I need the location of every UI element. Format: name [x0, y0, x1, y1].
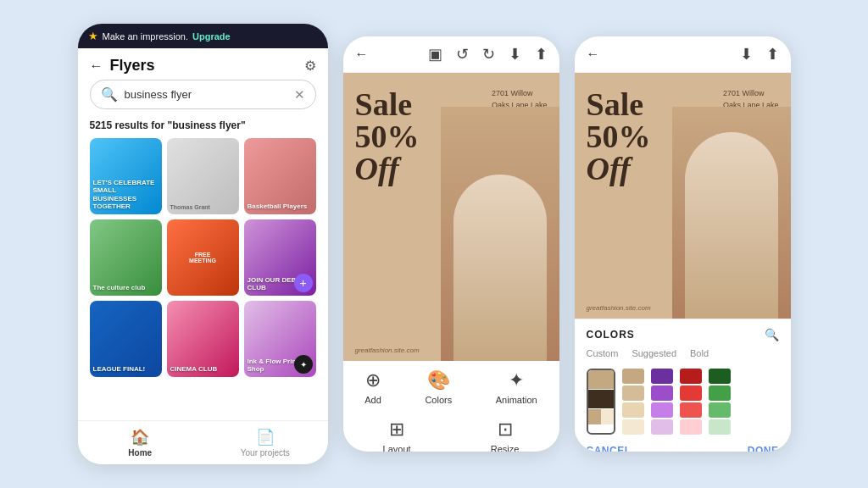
- colors-icon: 🎨: [427, 369, 450, 391]
- nav-home[interactable]: 🏠 Home: [78, 428, 203, 458]
- palette-purple[interactable]: [651, 369, 673, 435]
- percent-text: 50%: [355, 120, 420, 152]
- upgrade-link[interactable]: Upgrade: [192, 31, 231, 42]
- star-icon: ★: [88, 30, 98, 42]
- tab-bold[interactable]: Bold: [690, 348, 709, 360]
- colors-tabs: Custom Suggested Bold: [587, 348, 779, 360]
- off-text: Off: [355, 152, 420, 185]
- animation-icon: ✦: [509, 369, 524, 391]
- editor-actions-2: ⊞ Layout ⊡ Resize: [343, 410, 559, 452]
- bottom-nav: 🏠 Home 📄 Your projects: [78, 420, 328, 464]
- tab-custom[interactable]: Custom: [587, 348, 619, 360]
- undo-icon[interactable]: ↺: [456, 45, 469, 64]
- colors-toolbar: ← ⬇ ⬆: [575, 36, 791, 73]
- promo-text: Make an impression.: [103, 31, 189, 42]
- template-card[interactable]: CINEMA CLUB: [167, 301, 239, 377]
- done-button[interactable]: DONE: [748, 445, 779, 452]
- page-title: Flyers: [110, 57, 298, 75]
- template-label: LET'S CELEBRATE SMALL BUSINESSES TOGETHE…: [93, 179, 159, 211]
- editor-actions: ⊕ Add 🎨 Colors ✦ Animation: [343, 361, 559, 410]
- clear-icon[interactable]: ✕: [294, 87, 305, 103]
- layout-label: Layout: [383, 444, 411, 452]
- template-card[interactable]: Thomas Grant: [167, 138, 239, 214]
- phone-flyers: ★ Make an impression. Upgrade ← Flyers ⚙…: [78, 24, 328, 464]
- tab-suggested[interactable]: Suggested: [632, 348, 676, 360]
- colors-button[interactable]: 🎨 Colors: [425, 369, 452, 405]
- palette-selected[interactable]: [587, 369, 615, 435]
- search-input[interactable]: [125, 88, 287, 101]
- template-label: Thomas Grant: [170, 204, 236, 211]
- template-label: Basketball Players: [248, 202, 313, 211]
- nav-home-label: Home: [128, 448, 152, 458]
- template-card[interactable]: JOIN OUR DEBATE CLUB +: [244, 219, 316, 296]
- flyer-text-2: Sale 50% Off: [587, 88, 651, 185]
- palette-neutral[interactable]: [622, 369, 644, 435]
- template-label: FREE MEETING: [185, 252, 221, 263]
- flyer-website: greatfashion.site.com: [355, 347, 420, 354]
- percent-text-2: 50%: [587, 120, 651, 152]
- colors-footer: CANCEL DONE: [587, 445, 779, 452]
- add-label: Add: [364, 395, 381, 405]
- resize-label: Resize: [491, 444, 520, 452]
- share-icon[interactable]: ⬆: [766, 45, 779, 64]
- colors-panel: COLORS 🔍 Custom Suggested Bold: [575, 319, 791, 452]
- nav-projects-label: Your projects: [241, 448, 290, 458]
- add-template-button[interactable]: +: [294, 274, 313, 292]
- share-icon[interactable]: ⬆: [535, 45, 548, 64]
- sale-text: Sale: [355, 88, 420, 120]
- filter-icon[interactable]: ⚙: [304, 58, 316, 74]
- template-label: The culture club: [93, 284, 159, 292]
- promo-bar: ★ Make an impression. Upgrade: [78, 24, 328, 48]
- back-button[interactable]: ←: [355, 47, 369, 62]
- results-count: 5215 results for "business flyer": [78, 116, 328, 138]
- template-label: LEAGUE FINAL!: [93, 365, 159, 374]
- flyer-website-2: greatfashion.site.com: [587, 304, 651, 312]
- add-button[interactable]: ⊕ Add: [364, 369, 381, 405]
- colors-header: COLORS 🔍: [587, 328, 779, 341]
- back-button[interactable]: ←: [90, 58, 103, 74]
- template-card[interactable]: LET'S CELEBRATE SMALL BUSINESSES TOGETHE…: [90, 138, 162, 214]
- template-card[interactable]: The culture club: [90, 219, 162, 296]
- search-icon[interactable]: 🔍: [765, 328, 779, 341]
- animation-button[interactable]: ✦ Animation: [496, 369, 537, 405]
- flyer-preview-colors: Sale 50% Off 2701 WillowOaks Lane LakeCh…: [575, 73, 791, 319]
- search-bar: 🔍 ✕: [90, 80, 316, 109]
- template-label: CINEMA CLUB: [170, 365, 236, 374]
- palette-green[interactable]: [709, 369, 731, 435]
- template-card[interactable]: Basketball Players: [244, 138, 316, 214]
- phone-editor: ← ▣ ↺ ↻ ⬇ ⬆ Sale 50% Off 2701 WillowOaks…: [343, 36, 559, 452]
- colors-title: COLORS: [587, 329, 635, 341]
- nav-projects[interactable]: 📄 Your projects: [203, 428, 328, 458]
- template-card[interactable]: LEAGUE FINAL!: [90, 301, 162, 377]
- template-card[interactable]: Ink & Flow Print Shop ✦: [244, 301, 316, 377]
- layout-icon: ⊞: [389, 419, 404, 441]
- off-text-2: Off: [587, 152, 651, 185]
- cancel-button[interactable]: CANCEL: [587, 445, 632, 452]
- back-button[interactable]: ←: [587, 47, 600, 62]
- color-palettes: [587, 369, 779, 435]
- flyers-header: ← Flyers ⚙: [78, 48, 328, 80]
- sale-text-2: Sale: [587, 88, 651, 120]
- resize-icon: ⊡: [498, 419, 513, 441]
- dots-button[interactable]: ✦: [294, 355, 313, 374]
- palette-red[interactable]: [680, 369, 702, 435]
- template-icon[interactable]: ▣: [428, 45, 442, 64]
- flyer-person-image: [441, 107, 559, 361]
- colors-label: Colors: [425, 395, 452, 405]
- animation-label: Animation: [496, 395, 537, 405]
- screens-container: ★ Make an impression. Upgrade ← Flyers ⚙…: [61, 7, 808, 481]
- home-icon: 🏠: [131, 428, 149, 446]
- template-card[interactable]: FREE MEETING: [167, 219, 239, 296]
- download-icon[interactable]: ⬇: [509, 45, 521, 64]
- search-icon: 🔍: [101, 86, 118, 103]
- projects-icon: 📄: [256, 428, 275, 446]
- layout-button[interactable]: ⊞ Layout: [383, 419, 411, 452]
- download-icon[interactable]: ⬇: [740, 45, 753, 64]
- phone-colors: ← ⬇ ⬆ Sale 50% Off 2701 WillowOaks Lane …: [575, 36, 791, 452]
- flyer-person-image-2: [672, 107, 791, 319]
- redo-icon[interactable]: ↻: [482, 45, 495, 64]
- add-icon: ⊕: [365, 369, 381, 391]
- flyer-text: Sale 50% Off: [355, 88, 420, 185]
- resize-button[interactable]: ⊡ Resize: [491, 419, 520, 452]
- flyer-preview: Sale 50% Off 2701 WillowOaks Lane LakeCh…: [343, 73, 559, 361]
